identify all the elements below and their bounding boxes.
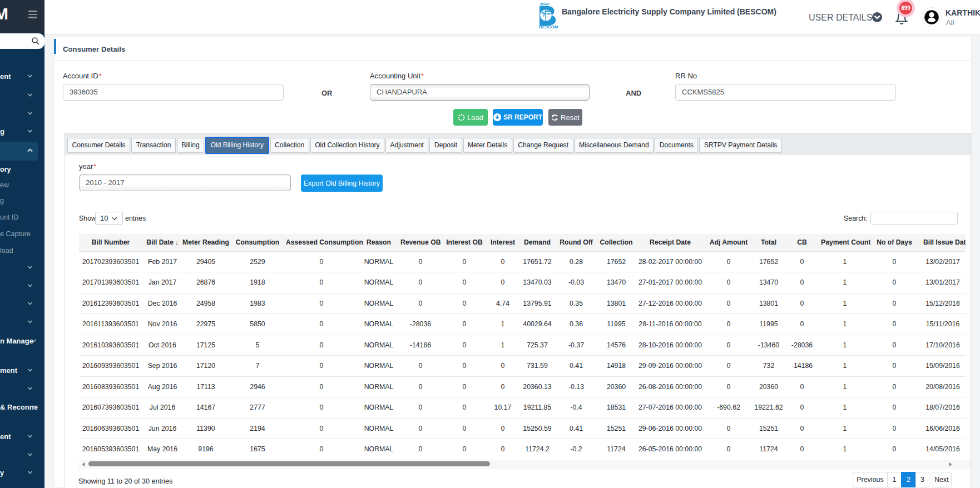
- svg-text:899: 899: [901, 5, 910, 11]
- svg-text:BESCOM: BESCOM: [539, 24, 558, 29]
- svg-text:ಚನಷಂ: ಚನಷಂ: [540, 2, 550, 6]
